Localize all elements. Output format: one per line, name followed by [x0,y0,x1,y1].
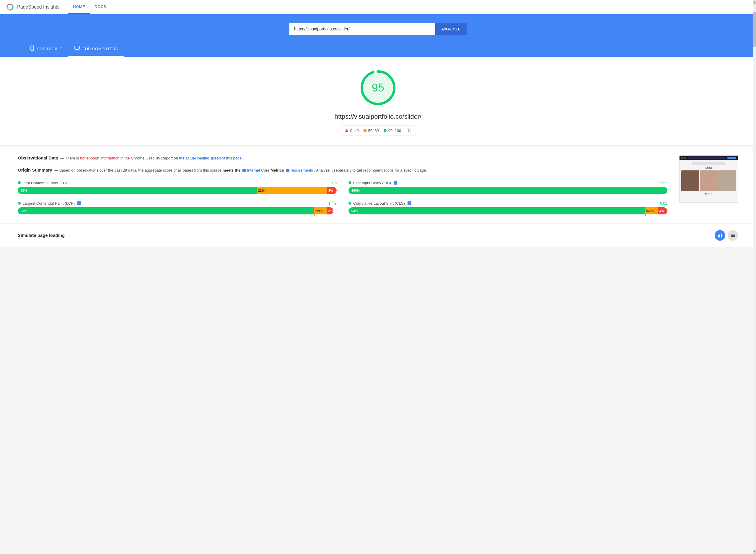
hero-section: ANALYZE FOR MOBILE [0,14,756,57]
metric-cls-bar: 93% four% 3% [348,207,667,214]
observational-data-block: Observational Data — There is not enough… [18,155,667,162]
svg-rect-2 [75,46,79,49]
nav-tabs: HOME DOCS [68,0,111,14]
legend-triangle-icon [345,129,348,132]
metric-fid-value: 3 ms [659,181,667,185]
score-url: https://visualportfolio.co/slider/ [335,113,422,120]
score-section: 95 https://visualportfolio.co/slider/ 0–… [0,57,756,145]
metric-lcp-track: 93% five% 2% [18,207,337,214]
metric-cls-label: Cumulative Layout Shift (CLS) [353,201,405,206]
data-section: Observational Data — There is not enough… [0,147,756,223]
svg-rect-8 [719,234,720,237]
cls-flag-icon [408,202,411,205]
metric-cls-header: Cumulative Layout Shift (CLS) 0.02 [348,201,667,206]
simulate-buttons [715,230,738,241]
metric-fid-track: 100% [348,187,667,194]
metric-fcp-dot [18,181,21,184]
metric-fid-label: First Input Delay (FID) [353,181,391,185]
metric-fid-dot [348,181,351,184]
pagespeed-logo-icon [6,3,14,11]
legend-dot-icon [384,129,387,132]
metric-lcp-label: Largest Contentful Paint (LCP) [22,201,75,206]
origin-link3[interactable]: requirements [291,168,313,172]
simulate-chart-button[interactable] [715,230,725,241]
svg-rect-12 [731,236,735,237]
observational-highlight2: the actual loading speed of this page [179,156,242,160]
list-icon [731,233,735,238]
metric-fid-label-group: First Input Delay (FID) [348,181,397,185]
metric-lcp-bar-orange: five% [314,207,327,214]
app-title: PageSpeed Insights [17,4,59,10]
metric-fcp-label-group: First Contentful Paint (FCP) [18,181,70,185]
metric-lcp-marker [314,212,315,216]
metric-cls-track: 93% four% 3% [348,207,667,214]
metric-fid-bar: 100% [348,187,667,194]
origin-highlight-bold: meets the [223,168,241,172]
metric-lcp-header: Largest Contentful Paint (LCP) 1.4 s [18,201,337,206]
metric-fcp-value: 1 s [332,181,337,185]
origin-title: Origin Summary [18,167,52,172]
analyze-button[interactable]: ANALYZE [435,23,467,35]
svg-rect-1 [32,50,33,50]
metric-lcp-bar-red: 2% [327,207,334,214]
metric-fid: First Input Delay (FID) 3 ms 100% [348,181,667,194]
preview-thumbnail: Slider [679,155,738,203]
metric-fcp-label: First Contentful Paint (FCP) [22,181,70,185]
metric-cls-bar-red: 3% [658,207,667,214]
metric-cls-marker [645,212,646,216]
metric-fcp-header: First Contentful Paint (FCP) 1 s [18,181,337,185]
metric-cls-label-group: Cumulative Layout Shift (CLS) [348,201,411,206]
device-tabs: FOR MOBILE FOR COMPUTERS [6,42,124,57]
metrics-grid: First Contentful Paint (FCP) 1 s 75% 22% [18,181,667,214]
metric-fcp-bar: 75% 22% 3% [18,187,337,194]
metric-fcp: First Contentful Paint (FCP) 1 s 75% 22% [18,181,337,194]
metric-lcp: Largest Contentful Paint (LCP) 1.4 s 93%… [18,201,337,214]
svg-rect-9 [721,234,722,237]
metric-lcp-dot [18,202,21,205]
mobile-icon [30,46,35,52]
scroll-arrow-up[interactable]: ▲ [753,0,756,5]
data-main: Observational Data — There is not enough… [18,155,667,214]
origin-link1[interactable]: Internet [247,168,260,172]
legend-good: 90–100 [384,128,401,133]
simulate-list-button[interactable] [728,230,738,241]
computer-icon [74,46,80,52]
legend-poor: 0–49 [345,128,359,133]
metric-lcp-bar: 93% five% 2% [18,207,337,214]
metric-cls-dot [348,202,351,205]
simulate-section: Simulate page loading [0,224,756,246]
device-tab-computer[interactable]: FOR COMPUTERS [68,42,124,57]
internet-flag-icon [242,169,246,172]
metric-cls: Cumulative Layout Shift (CLS) 0.02 93% f… [348,201,667,214]
origin-summary-block: Origin Summary — Based on observations o… [18,167,667,174]
metric-fcp-track: 75% 22% 3% [18,187,337,194]
legend-square-icon [363,129,366,132]
svg-rect-10 [731,234,735,234]
svg-rect-7 [718,235,719,237]
page-preview: Slider [679,155,738,214]
search-row: ANALYZE [289,23,467,35]
fid-flag-icon [394,181,397,184]
legend-needs-improvement: 50–89 [363,128,379,133]
nav-tab-docs[interactable]: DOCS [90,0,111,14]
metric-lcp-bar-green: 93% [18,207,314,214]
url-input[interactable] [289,23,435,35]
lcp-flag-icon [77,202,81,205]
metric-lcp-value: 1.4 s [329,201,337,206]
nav-tab-home[interactable]: HOME [68,0,90,14]
metrics-flag-icon [286,169,289,172]
scroll-thumb[interactable] [753,12,756,47]
legend-info-icon[interactable]: i [406,128,411,133]
observational-highlight1: not enough information in the [80,156,130,160]
score-value: 95 [372,81,384,94]
metric-fid-header: First Input Delay (FID) 3 ms [348,181,667,185]
metric-lcp-label-group: Largest Contentful Paint (LCP) [18,201,81,206]
device-tab-mobile[interactable]: FOR MOBILE [23,42,68,57]
metric-fcp-bar-red: 3% [327,187,337,194]
metric-fcp-bar-orange: 22% [257,187,327,194]
metric-fid-bar-green: 100% [348,187,667,194]
origin-link2[interactable]: Metrics [271,168,284,172]
chart-bars-icon [717,233,722,238]
simulate-label: Simulate page loading [18,233,65,238]
origin-text: — Based on observations over the past 28… [53,168,427,172]
